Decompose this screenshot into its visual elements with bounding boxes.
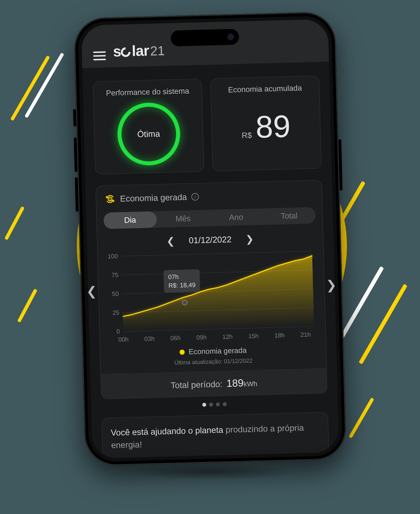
- brand-logo-suffix: 21: [150, 43, 165, 59]
- svg-text:18h: 18h: [274, 331, 285, 339]
- total-label: Total período:: [171, 379, 223, 390]
- svg-text:00h: 00h: [118, 336, 129, 343]
- chart-area: 0255075100 00h03h06h09h12h15h18h21h 07h …: [98, 246, 326, 347]
- carousel-prev-icon[interactable]: ❮: [86, 284, 97, 299]
- phone-button: [338, 139, 343, 190]
- carousel-next-icon[interactable]: ❯: [326, 277, 337, 292]
- chart-total-bar: Total período: 189kWh: [101, 368, 327, 399]
- legend-label: Economia gerada: [189, 346, 247, 356]
- svg-text:0: 0: [116, 328, 120, 335]
- performance-status: Ótima: [137, 129, 160, 139]
- pill-co2[interactable]: CO₂: [111, 458, 177, 459]
- svg-text:50: 50: [112, 290, 119, 298]
- tooltip-line-1: 07h: [168, 272, 195, 281]
- date-next-icon[interactable]: ❯: [246, 233, 254, 245]
- bg-slash: [349, 397, 374, 439]
- tab-ano[interactable]: Ano: [209, 208, 263, 226]
- chart-y-axis: 0255075100: [107, 252, 120, 335]
- chart-area-fill: [121, 256, 314, 331]
- svg-line-6: [121, 251, 312, 256]
- savings-currency: R$: [242, 131, 252, 140]
- svg-text:12h: 12h: [222, 333, 233, 340]
- phone-button: [73, 109, 76, 126]
- performance-title: Performance do sistema: [106, 87, 189, 98]
- planet-heading-strong: Você está ajudando o planeta: [111, 425, 223, 437]
- savings-chart[interactable]: 0255075100 00h03h06h09h12h15h18h21h: [104, 247, 319, 347]
- date-prev-icon[interactable]: ❮: [167, 235, 175, 247]
- content: ❮ ❯ Performance do sistema Ótima Economi…: [82, 62, 339, 459]
- svg-text:15h: 15h: [248, 332, 259, 340]
- pill-km[interactable]: KM não: [183, 456, 249, 459]
- total-value: 189: [226, 377, 244, 389]
- chart-card: $ Economia gerada i Dia Mês Ano Total ❮ …: [96, 180, 327, 399]
- svg-text:75: 75: [111, 271, 119, 279]
- total-unit: kWh: [243, 380, 257, 388]
- bg-slash: [4, 206, 25, 240]
- info-icon[interactable]: i: [191, 193, 199, 201]
- bg-slash: [17, 289, 38, 323]
- savings-card: Economia acumulada R$ 89: [210, 76, 321, 171]
- performance-gauge: Ótima: [117, 102, 181, 166]
- svg-text:100: 100: [107, 252, 118, 260]
- date-value: 01/12/2022: [189, 235, 232, 245]
- menu-icon[interactable]: [93, 51, 106, 60]
- savings-value: 89: [255, 110, 291, 142]
- performance-card: Performance do sistema Ótima: [93, 79, 204, 175]
- tab-dia[interactable]: Dia: [103, 211, 157, 229]
- pill-trees[interactable]: Árvores: [255, 454, 320, 459]
- dynamic-island: [171, 29, 239, 46]
- phone-button: [74, 138, 78, 172]
- tooltip-line-2: R$: 18,49: [168, 281, 196, 290]
- phone-frame: slar21 ❮ ❯ Performance do sistema Ótima …: [74, 11, 347, 466]
- chart-tooltip: 07h R$: 18,49: [164, 269, 200, 293]
- svg-text:25: 25: [112, 309, 119, 316]
- svg-text:$: $: [109, 198, 111, 201]
- brand-logo: slar21: [113, 42, 165, 60]
- carousel-dots[interactable]: [101, 399, 328, 409]
- svg-text:03h: 03h: [144, 335, 155, 342]
- brand-logo-text: slar: [113, 42, 149, 60]
- legend-swatch: [179, 349, 185, 355]
- planet-card: Você está ajudando o planeta produzindo …: [102, 412, 330, 459]
- bg-slash: [339, 266, 384, 339]
- chart-x-axis: 00h03h06h09h12h15h18h21h: [118, 331, 311, 343]
- app-screen: slar21 ❮ ❯ Performance do sistema Ótima …: [81, 19, 339, 459]
- svg-text:06h: 06h: [170, 334, 181, 342]
- svg-text:21h: 21h: [300, 331, 311, 338]
- svg-text:09h: 09h: [196, 334, 207, 341]
- savings-title: Economia acumulada: [228, 84, 302, 94]
- chart-title: Economia gerada: [120, 192, 187, 204]
- tab-mes[interactable]: Mês: [156, 210, 210, 228]
- tab-total[interactable]: Total: [262, 207, 316, 225]
- phone-button: [75, 177, 78, 212]
- savings-cycle-icon: $: [105, 194, 116, 205]
